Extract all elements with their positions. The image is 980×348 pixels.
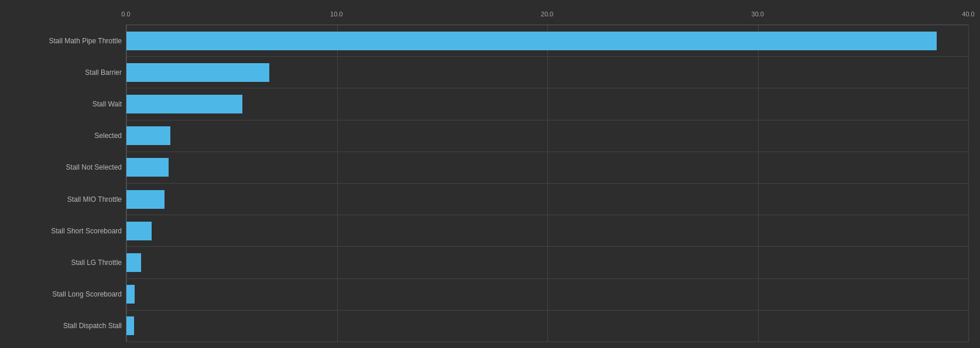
chart-container: 0.010.020.030.040.0 Stall Math Pipe Thro… [0,0,980,348]
bar-label: Selected [18,120,126,151]
x-axis-top: 0.010.020.030.040.0 [126,11,968,22]
x-tick: 20.0 [541,11,553,18]
bar-label: Stall Math Pipe Throttle [18,25,126,56]
x-tick: 10.0 [330,11,342,18]
bar-row: Stall MIO Throttle [126,184,968,215]
bar [126,32,937,50]
bar [126,95,242,113]
bar [126,126,170,145]
bar-label: Stall Wait [18,88,126,119]
chart-body: 0.010.020.030.040.0 Stall Math Pipe Thro… [6,11,968,342]
bar-row: Selected [126,120,968,152]
bar-row: Stall Short Scoreboard [126,215,968,247]
y-axis-label [6,11,18,342]
bar-row: Stall Math Pipe Throttle [126,25,968,57]
bar-label: Stall MIO Throttle [18,184,126,215]
bar [126,222,152,240]
bar-label: Stall Short Scoreboard [18,215,126,246]
bar [126,285,135,304]
plot-area: Stall Math Pipe ThrottleStall BarrierSta… [126,25,968,342]
bar-row: Stall Wait [126,88,968,120]
bar-label: Stall LG Throttle [18,247,126,278]
bar [126,316,134,335]
bar-row: Stall LG Throttle [126,247,968,278]
bar-row: Stall Not Selected [126,152,968,184]
grid-line [968,25,969,342]
bar-row: Stall Long Scoreboard [126,279,968,311]
x-tick: 0.0 [121,11,130,18]
bar-label: Stall Barrier [18,57,126,88]
bar-label: Stall Long Scoreboard [18,279,126,310]
bar-row: Stall Barrier [126,57,968,88]
x-tick: 30.0 [752,11,764,18]
bar-row: Stall Dispatch Stall [126,311,968,342]
bar-label: Stall Dispatch Stall [18,311,126,342]
x-tick: 40.0 [962,11,974,18]
bar-label: Stall Not Selected [18,152,126,183]
bar [126,63,269,82]
bar [126,253,141,272]
bar [126,158,169,177]
bar [126,190,165,209]
chart-inner: 0.010.020.030.040.0 Stall Math Pipe Thro… [18,11,968,342]
